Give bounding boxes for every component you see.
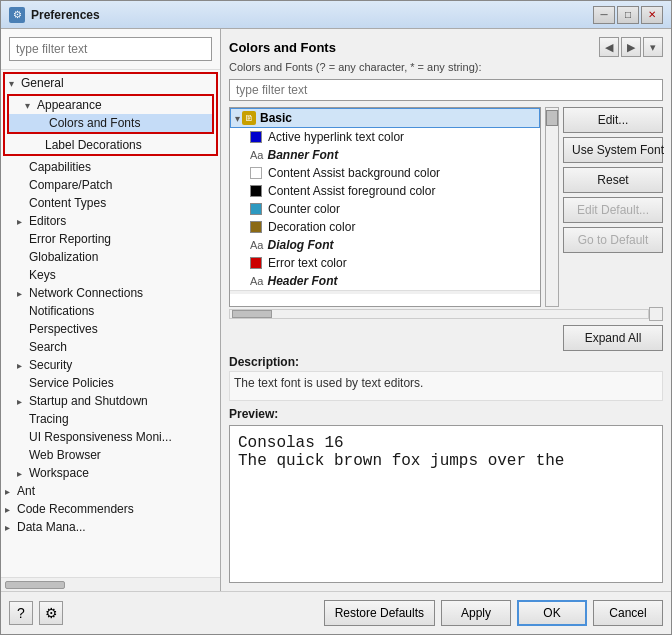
colors-list[interactable]: ▾ 🖹 Basic Active hyperlink text color Aa…	[229, 107, 541, 307]
list-item[interactable]: Aa Header Font	[230, 272, 540, 290]
tree-arrow-srch	[17, 342, 29, 353]
tree-arrow-keys	[17, 270, 29, 281]
tree-item-ui-responsiveness[interactable]: UI Responsiveness Moni...	[1, 428, 220, 446]
tree-item-service-policies[interactable]: Service Policies	[1, 374, 220, 392]
tree-item-appearance[interactable]: ▾ Appearance	[9, 96, 212, 114]
tree-item-label-decorations[interactable]: Label Decorations	[5, 136, 216, 154]
group-icon: 🖹	[242, 111, 256, 125]
tree-h-scrollbar[interactable]	[1, 577, 220, 591]
tree-item-general[interactable]: ▾ General	[5, 74, 216, 92]
title-bar: ⚙ Preferences ─ □ ✕	[1, 1, 671, 29]
right-panel-title: Colors and Fonts	[229, 40, 336, 55]
help-button[interactable]: ?	[9, 601, 33, 625]
description-label: Description:	[229, 355, 663, 369]
color-swatch	[250, 203, 262, 215]
group-header-basic[interactable]: ▾ 🖹 Basic	[230, 108, 540, 128]
reset-button[interactable]: Reset	[563, 167, 663, 193]
nav-forward-button[interactable]: ▶	[621, 37, 641, 57]
tree-arrow-wb	[17, 450, 29, 461]
window-title: Preferences	[31, 8, 593, 22]
tree-item-notifications[interactable]: Notifications	[1, 302, 220, 320]
tree-arrow-sec: ▸	[17, 360, 29, 371]
preview-box: Consolas 16 The quick brown fox jumps ov…	[229, 425, 663, 583]
main-content: ▾ General ▾ Appearance Colors and Fo	[1, 29, 671, 591]
tree-item-capabilities[interactable]: Capabilities	[1, 158, 220, 176]
list-item[interactable]: Active hyperlink text color	[230, 128, 540, 146]
font-aa-label2: Aa	[250, 239, 263, 251]
list-item[interactable]: Decoration color	[230, 218, 540, 236]
tree-item-startup[interactable]: ▸ Startup and Shutdown	[1, 392, 220, 410]
tree-item-colors-and-fonts[interactable]: Colors and Fonts	[9, 114, 212, 132]
tree-arrow-appearance: ▾	[25, 100, 37, 111]
tree-item-compare[interactable]: Compare/Patch	[1, 176, 220, 194]
font-aa-label: Aa	[250, 149, 263, 161]
list-scrollbar[interactable]	[545, 107, 559, 307]
tree-item-ant[interactable]: ▸ Ant	[1, 482, 220, 500]
edit-button[interactable]: Edit...	[563, 107, 663, 133]
tree-item-tracing[interactable]: Tracing	[1, 410, 220, 428]
tree-item-web-browser[interactable]: Web Browser	[1, 446, 220, 464]
settings-icon-button[interactable]: ⚙	[39, 601, 63, 625]
left-panel: ▾ General ▾ Appearance Colors and Fo	[1, 29, 221, 591]
use-system-font-button[interactable]: Use System Font	[563, 137, 663, 163]
list-item[interactable]: Counter color	[230, 200, 540, 218]
filter-input[interactable]	[9, 37, 212, 61]
list-item[interactable]: Error text color	[230, 254, 540, 272]
tree-arrow-ant: ▸	[5, 486, 17, 497]
tree-item-error-reporting[interactable]: Error Reporting	[1, 230, 220, 248]
color-swatch	[250, 185, 262, 197]
tree-arrow-notif	[17, 306, 29, 317]
tree-scroll-container: ▾ General ▾ Appearance Colors and Fo	[1, 70, 220, 577]
expand-all-button[interactable]: Expand All	[563, 325, 663, 351]
expand-all-button[interactable]	[649, 307, 663, 321]
tree-item-data-mgmt[interactable]: ▸ Data Mana...	[1, 518, 220, 536]
maximize-button[interactable]: □	[617, 6, 639, 24]
tree-item-search[interactable]: Search	[1, 338, 220, 356]
tree-item-keys[interactable]: Keys	[1, 266, 220, 284]
tree-item-code-recommenders[interactable]: ▸ Code Recommenders	[1, 500, 220, 518]
font-aa-label3: Aa	[250, 275, 263, 287]
section-subtitle: Colors and Fonts (? = any character, * =…	[229, 61, 663, 73]
edit-default-button[interactable]: Edit Default...	[563, 197, 663, 223]
action-buttons: Edit... Use System Font Reset Edit Defau…	[563, 107, 663, 307]
list-item[interactable]: Content Assist foreground color	[230, 182, 540, 200]
tree-item-content-types[interactable]: Content Types	[1, 194, 220, 212]
tree-item-globalization[interactable]: Globalization	[1, 248, 220, 266]
list-item[interactable]: Aa Banner Font	[230, 146, 540, 164]
group-label: Basic	[260, 111, 292, 125]
tree-arrow-ui	[17, 432, 29, 443]
description-text: The text font is used by text editors.	[229, 371, 663, 401]
tree-item-security[interactable]: ▸ Security	[1, 356, 220, 374]
expand-all-row: Expand All	[229, 325, 663, 351]
tree-arrow-sp	[17, 378, 29, 389]
list-item[interactable]: Aa Dialog Font	[230, 236, 540, 254]
apply-button[interactable]: Apply	[441, 600, 511, 626]
close-button[interactable]: ✕	[641, 6, 663, 24]
tree-arrow-cmp	[17, 180, 29, 191]
nav-arrows: ◀ ▶ ▾	[599, 37, 663, 57]
tree-arrow-glob	[17, 252, 29, 263]
nav-back-button[interactable]: ◀	[599, 37, 619, 57]
list-h-scrollbar[interactable]	[229, 307, 663, 321]
cancel-button[interactable]: Cancel	[593, 600, 663, 626]
go-to-default-button[interactable]: Go to Default	[563, 227, 663, 253]
filter-box	[1, 29, 220, 70]
restore-defaults-button[interactable]: Restore Defaults	[324, 600, 435, 626]
bottom-buttons: ? ⚙ Restore Defaults Apply OK Cancel	[1, 591, 671, 634]
preview-label: Preview:	[229, 407, 663, 421]
tree-item-workspace[interactable]: ▸ Workspace	[1, 464, 220, 482]
tree-item-perspectives[interactable]: Perspectives	[1, 320, 220, 338]
nav-dropdown-button[interactable]: ▾	[643, 37, 663, 57]
tree-area[interactable]: ▾ General ▾ Appearance Colors and Fo	[1, 70, 220, 577]
tree-arrow-ld	[33, 140, 45, 151]
colors-pane: ▾ 🖹 Basic Active hyperlink text color Aa…	[229, 107, 663, 307]
ok-button[interactable]: OK	[517, 600, 587, 626]
tree-item-network[interactable]: ▸ Network Connections	[1, 284, 220, 302]
right-filter-input[interactable]	[229, 79, 663, 101]
tree-arrow-cr: ▸	[5, 504, 17, 515]
title-bar-buttons: ─ □ ✕	[593, 6, 663, 24]
minimize-button[interactable]: ─	[593, 6, 615, 24]
tree-item-editors[interactable]: ▸ Editors	[1, 212, 220, 230]
group-expand-arrow: ▾	[235, 113, 240, 124]
list-item[interactable]: Content Assist background color	[230, 164, 540, 182]
